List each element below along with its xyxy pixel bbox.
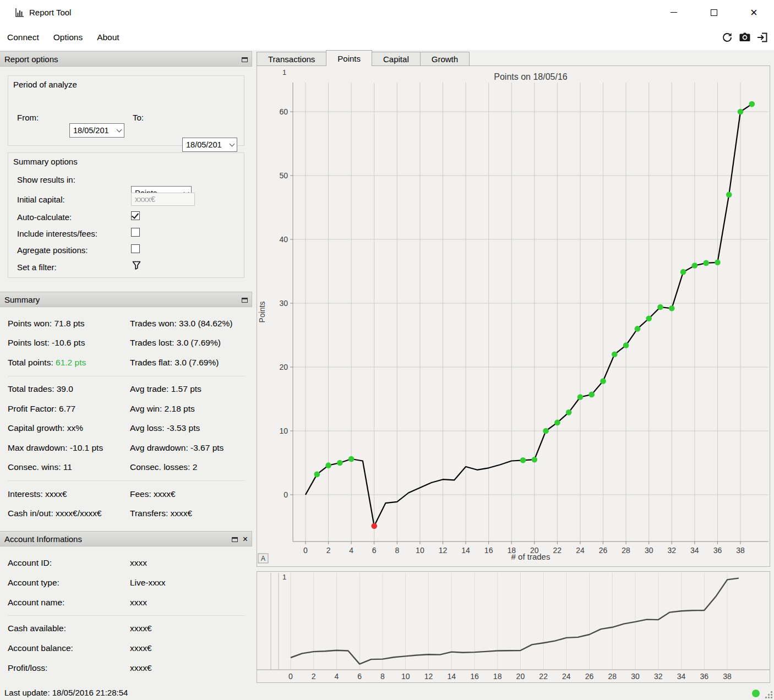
win-marker — [532, 457, 538, 463]
resize-grip[interactable] — [765, 691, 773, 699]
win-marker — [680, 269, 686, 275]
svg-text:26: 26 — [585, 672, 594, 681]
svg-text:30: 30 — [645, 546, 653, 555]
svg-text:30: 30 — [631, 672, 640, 681]
svg-text:4: 4 — [349, 546, 353, 555]
svg-text:20: 20 — [279, 363, 288, 371]
win-marker — [348, 456, 355, 462]
minimize-icon — [671, 12, 677, 13]
svg-text:36: 36 — [700, 672, 709, 681]
chevron-down-icon — [117, 127, 122, 133]
close-button[interactable]: × — [734, 0, 774, 25]
minimize-button[interactable] — [653, 0, 694, 25]
account-field-value: xxxx€ — [130, 643, 244, 653]
camera-icon[interactable] — [739, 31, 751, 43]
account-row: Cash available:xxxx€ — [8, 619, 244, 638]
auto-calculate-checkbox[interactable] — [131, 211, 140, 220]
svg-text:A: A — [261, 555, 265, 562]
include-fees-checkbox[interactable] — [131, 228, 140, 237]
summary-row: Points lost: -10.6 ptsTrades lost: 3.0 (… — [8, 333, 244, 353]
summary-stat: Consec. wins: 11 — [8, 462, 130, 472]
account-field-label: Account balance: — [8, 643, 130, 653]
svg-text:32: 32 — [667, 546, 676, 555]
svg-text:22: 22 — [553, 546, 562, 555]
svg-text:10: 10 — [416, 546, 424, 555]
account-separator — [8, 615, 244, 616]
svg-text:32: 32 — [654, 672, 663, 681]
agregate-positions-label: Agregate positions: — [17, 245, 88, 255]
to-date-dropdown[interactable]: 18/05/201 — [182, 138, 237, 152]
from-label: From: — [17, 113, 39, 122]
corner-label: 1 — [282, 68, 286, 76]
connection-status-indicator — [752, 690, 760, 697]
loss-marker — [371, 523, 377, 529]
svg-text:16: 16 — [484, 546, 493, 555]
maximize-button[interactable] — [694, 0, 734, 25]
tab-points[interactable]: Points — [326, 50, 372, 66]
summary-stat: Max drawdown: -10.1 pts — [8, 443, 130, 453]
win-marker — [612, 352, 618, 358]
summary-stat: Fees: xxxx€ — [130, 489, 244, 499]
win-marker — [692, 262, 698, 269]
points-chart[interactable]: 0246810121416182022242628303234363801020… — [257, 66, 770, 566]
points-chart-panel: 0246810121416182022242628303234363801020… — [257, 65, 770, 567]
refresh-icon[interactable] — [721, 31, 733, 43]
autoscale-button[interactable]: A — [258, 554, 268, 563]
close-panel-icon[interactable]: × — [243, 535, 248, 544]
svg-text:40: 40 — [279, 235, 288, 244]
account-field-label: Account type: — [8, 578, 130, 588]
navigator-chart[interactable]: 024681012141618202224262830323436381 — [257, 572, 770, 682]
summary-options-title: Summary options — [8, 153, 244, 166]
menu-options[interactable]: Options — [46, 25, 90, 50]
summary-stat: Avg drawdown: -3.67 pts — [130, 443, 244, 453]
svg-text:6: 6 — [357, 672, 362, 681]
svg-text:28: 28 — [608, 672, 617, 681]
from-date-dropdown[interactable]: 18/05/201 — [69, 123, 124, 138]
summary-row: Profit Factor: 6.77Avg win: 2.18 pts — [8, 399, 244, 419]
account-field-value: xxxx — [130, 558, 244, 568]
tab-growth[interactable]: Growth — [420, 52, 470, 66]
filter-icon[interactable] — [132, 260, 141, 270]
summary-stat: Avg win: 2.18 pts — [130, 404, 244, 414]
float-panel-icon[interactable] — [232, 537, 238, 542]
float-panel-icon[interactable] — [242, 57, 248, 62]
auto-calculate-label: Auto-calculate: — [17, 212, 72, 222]
summary-row: Total points: 61.2 ptsTrades flat: 3.0 (… — [8, 353, 244, 373]
account-field-label: Profit/loss: — [8, 663, 130, 673]
tab-transactions[interactable]: Transactions — [257, 52, 326, 66]
svg-text:0: 0 — [288, 672, 293, 681]
report-options-title: Report options — [4, 54, 58, 64]
window-controls: × — [653, 0, 774, 25]
summary-stat: Transfers: xxxx€ — [130, 508, 244, 518]
summary-stat: Points won: 71.8 pts — [8, 319, 130, 329]
summary-stat: Total trades: 39.0 — [8, 384, 130, 394]
menu-about[interactable]: About — [90, 25, 127, 50]
svg-text:50: 50 — [279, 171, 288, 180]
svg-text:8: 8 — [380, 672, 385, 681]
svg-text:34: 34 — [690, 546, 699, 555]
agregate-positions-checkbox[interactable] — [131, 244, 140, 253]
float-panel-icon[interactable] — [242, 298, 248, 303]
navigator-chart-panel: 024681012141618202224262830323436381 — [257, 571, 770, 683]
export-icon[interactable] — [756, 31, 768, 43]
win-marker — [749, 101, 755, 107]
summary-stat: Consec. losses: 2 — [130, 462, 244, 472]
summary-stat: Capital growth: xx% — [8, 423, 130, 433]
initial-capital-label: Initial capital: — [17, 195, 65, 204]
tab-capital[interactable]: Capital — [372, 52, 420, 66]
menu-connect[interactable]: Connect — [0, 25, 46, 50]
win-marker — [726, 192, 732, 198]
svg-text:14: 14 — [447, 672, 456, 681]
win-marker — [566, 409, 572, 415]
toolbar-icons — [721, 25, 768, 50]
report-options-header: Report options — [0, 51, 252, 67]
last-update-text: Last update: 18/05/2016 21:28:54 — [4, 688, 128, 697]
win-marker — [669, 305, 675, 311]
summary-row: Capital growth: xx%Avg loss: -3.53 pts — [8, 419, 244, 439]
svg-text:34: 34 — [677, 672, 686, 681]
account-informations-title: Account Informations — [4, 534, 82, 544]
svg-text:26: 26 — [599, 546, 608, 555]
summary-stat: Points lost: -10.6 pts — [8, 338, 130, 348]
summary-separator — [8, 480, 244, 481]
account-field-value: Live-xxxx — [130, 578, 244, 588]
